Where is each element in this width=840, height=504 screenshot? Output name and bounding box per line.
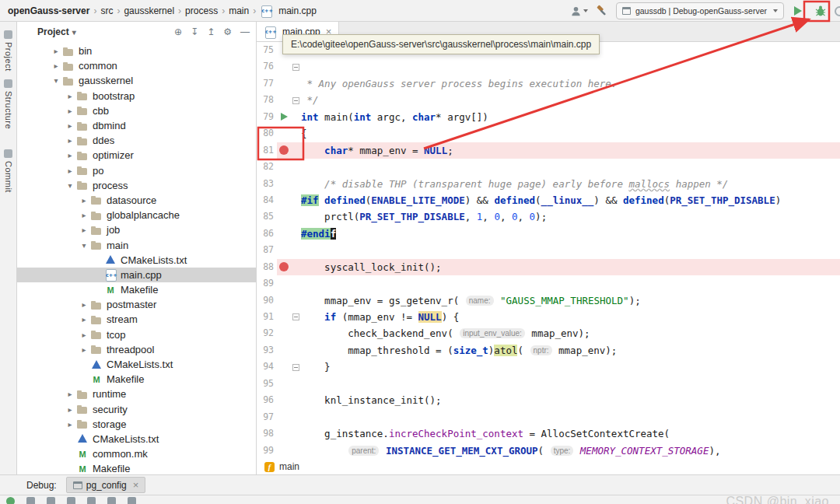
code-line-body[interactable]: char* mmap_env = NULL;: [277, 142, 840, 159]
tree-item-common[interactable]: ▸common: [17, 58, 256, 73]
gutter-line-number[interactable]: 79: [257, 109, 277, 125]
run-config-selector[interactable]: gaussdb | Debug-openGauss-server: [616, 2, 784, 19]
breakpoint-icon[interactable]: [279, 262, 289, 271]
fold-icon[interactable]: [292, 364, 299, 371]
toolwindow-structure-button[interactable]: Structure: [4, 75, 13, 133]
chevron-down-icon[interactable]: ▾: [78, 241, 90, 250]
step-over-icon[interactable]: [67, 497, 75, 504]
tree-item-makefile[interactable]: Makefile: [17, 282, 256, 297]
gutter-line-number[interactable]: 88: [257, 259, 277, 275]
code-line-body[interactable]: syscall_lock_init();: [277, 259, 840, 275]
tree-item-process[interactable]: ▾process: [17, 178, 256, 193]
code-line-body[interactable]: mmap_threshold = (size_t)atol( nptr: mma…: [277, 342, 840, 359]
tree-item-cmakelists-txt[interactable]: CMakeLists.txt: [17, 357, 256, 372]
chevron-right-icon[interactable]: ▸: [64, 166, 76, 175]
gutter-line-number[interactable]: 83: [257, 176, 277, 192]
code-line-body[interactable]: knl_instance_init();: [277, 392, 840, 408]
gutter-line-number[interactable]: 94: [257, 359, 277, 375]
gutter-line-number[interactable]: 92: [257, 325, 277, 341]
tree-item-job[interactable]: ▸job: [17, 222, 256, 237]
gutter-line-number[interactable]: 80: [257, 125, 277, 142]
code-line-body[interactable]: }: [277, 359, 840, 375]
expand-all-icon[interactable]: ↧: [191, 27, 198, 37]
chevron-right-icon[interactable]: ▸: [64, 151, 76, 159]
run-to-cursor-icon[interactable]: [128, 497, 136, 504]
tree-item-bootstrap[interactable]: ▸bootstrap: [17, 89, 256, 103]
chevron-right-icon[interactable]: ▸: [78, 226, 90, 234]
chevron-right-icon[interactable]: ▸: [64, 390, 76, 398]
fold-icon[interactable]: [292, 64, 299, 71]
breadcrumb-item[interactable]: main.cpp: [258, 5, 318, 16]
breadcrumb-item[interactable]: src: [99, 5, 114, 16]
gutter-line-number[interactable]: 96: [257, 392, 277, 408]
collapse-all-icon[interactable]: ↥: [207, 27, 215, 37]
chevron-down-icon[interactable]: ▾: [64, 181, 76, 190]
tree-item-globalplancache[interactable]: ▸globalplancache: [17, 208, 256, 222]
debug-button[interactable]: [812, 2, 829, 20]
tree-item-storage[interactable]: ▸storage: [17, 417, 256, 432]
gutter-line-number[interactable]: 75: [257, 42, 277, 58]
chevron-right-icon[interactable]: ▸: [64, 136, 76, 145]
code-line-body[interactable]: [277, 409, 840, 425]
chevron-right-icon[interactable]: ▸: [64, 92, 76, 100]
locate-icon[interactable]: ⊕: [174, 27, 182, 37]
run-gutter-icon[interactable]: [281, 113, 288, 121]
code-line-body[interactable]: */: [277, 92, 840, 108]
gutter-line-number[interactable]: 87: [257, 242, 277, 258]
gutter-line-number[interactable]: 99: [257, 443, 277, 459]
fold-icon[interactable]: [292, 97, 299, 104]
tree-item-optimizer[interactable]: ▸optimizer: [17, 148, 256, 163]
gutter-line-number[interactable]: 85: [257, 208, 277, 225]
tree-item-datasource[interactable]: ▸datasource: [17, 193, 256, 208]
tree-item-common-mk[interactable]: common.mk: [17, 446, 256, 461]
project-view-selector[interactable]: Project ▾: [37, 26, 76, 37]
pause-icon[interactable]: [47, 497, 55, 504]
chevron-right-icon[interactable]: ▸: [50, 47, 62, 55]
gutter-line-number[interactable]: 82: [257, 159, 277, 175]
tree-item-main[interactable]: ▾main: [17, 237, 256, 252]
tree-item-main-cpp[interactable]: main.cpp: [17, 268, 256, 282]
step-into-icon[interactable]: [87, 497, 96, 504]
breakpoint-icon[interactable]: [279, 145, 289, 155]
chevron-right-icon[interactable]: ▸: [64, 107, 76, 115]
chevron-down-icon[interactable]: ▾: [50, 76, 62, 85]
code-line-body[interactable]: [277, 376, 840, 392]
close-icon[interactable]: ×: [133, 480, 139, 490]
tree-item-cmakelists-txt[interactable]: CMakeLists.txt: [17, 432, 256, 446]
code-line-body[interactable]: check_backend_env( input_env_value: mmap…: [277, 325, 840, 341]
code-line-body[interactable]: [277, 159, 840, 175]
gutter-line-number[interactable]: 77: [257, 75, 277, 92]
code-line-body[interactable]: /* disable THP (transparent huge page) e…: [277, 176, 840, 192]
tree-item-ddes[interactable]: ▸ddes: [17, 133, 256, 148]
chevron-right-icon[interactable]: ▸: [64, 420, 76, 429]
chevron-right-icon[interactable]: ▸: [50, 61, 62, 70]
gutter-line-number[interactable]: 86: [257, 226, 277, 242]
profiler-icon-partial[interactable]: [835, 6, 840, 16]
tree-item-cmakelists-txt[interactable]: CMakeLists.txt: [17, 253, 256, 268]
hide-icon[interactable]: —: [240, 27, 250, 37]
tree-item-bin[interactable]: ▸bin: [17, 44, 256, 58]
tree-item-po[interactable]: ▸po: [17, 163, 256, 178]
code-line-body[interactable]: g_instance.increCheckPoint_context = All…: [277, 425, 840, 442]
breadcrumb-item[interactable]: gausskernel: [122, 5, 176, 16]
tree-item-tcop[interactable]: ▸tcop: [17, 327, 256, 342]
settings-icon[interactable]: ⚙: [223, 27, 232, 37]
chevron-right-icon[interactable]: ▸: [78, 300, 90, 309]
gutter-line-number[interactable]: 84: [257, 192, 277, 208]
chevron-right-icon[interactable]: ▸: [64, 405, 76, 414]
chevron-right-icon[interactable]: ▸: [78, 211, 90, 219]
user-menu-button[interactable]: [570, 2, 588, 20]
breadcrumb-item[interactable]: main: [227, 5, 250, 16]
chevron-right-icon[interactable]: ▸: [78, 315, 90, 324]
code-line-body[interactable]: [277, 242, 840, 258]
fold-icon[interactable]: [292, 313, 299, 320]
chevron-right-icon[interactable]: ▸: [78, 345, 90, 354]
chevron-right-icon[interactable]: ▸: [78, 196, 90, 205]
gutter-line-number[interactable]: 95: [257, 376, 277, 392]
stop-icon[interactable]: [26, 497, 35, 504]
gutter-line-number[interactable]: 90: [257, 292, 277, 309]
tree-item-security[interactable]: ▸security: [17, 402, 256, 417]
tree-item-stream[interactable]: ▸stream: [17, 312, 256, 327]
breadcrumb-item[interactable]: process: [184, 5, 219, 16]
editor-breadcrumb-item[interactable]: main: [279, 461, 299, 472]
